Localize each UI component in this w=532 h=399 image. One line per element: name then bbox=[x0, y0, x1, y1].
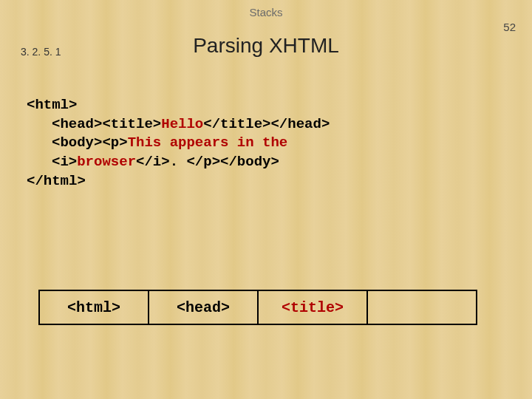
code-block: <html> <head><title>Hello</title></head>… bbox=[27, 96, 330, 191]
stack-cell-4 bbox=[366, 290, 477, 325]
code-l4c: </i>. </p></body> bbox=[136, 154, 279, 170]
code-line-5: </html> bbox=[27, 172, 330, 191]
stack-row: <html> <head> <title> bbox=[38, 290, 476, 325]
code-l2b: Hello bbox=[161, 116, 203, 132]
stack-cell-3: <title> bbox=[257, 290, 368, 325]
code-line-4: <i>browser</i>. </p></body> bbox=[52, 153, 330, 172]
code-line-1: <html> bbox=[27, 96, 330, 115]
code-l2a: <head><title> bbox=[52, 116, 161, 132]
code-l3a: <body><p> bbox=[52, 134, 128, 151]
stack-cell-1: <html> bbox=[38, 290, 149, 325]
slide: Stacks 52 3. 2. 5. 1 Parsing XHTML <html… bbox=[0, 0, 532, 399]
stack-cell-2: <head> bbox=[148, 290, 259, 325]
code-line-2: <head><title>Hello</title></head> bbox=[52, 115, 330, 134]
code-l4a: <i> bbox=[52, 154, 77, 170]
topic-label: Stacks bbox=[0, 6, 532, 18]
code-l2c: </title></head> bbox=[203, 116, 330, 132]
code-l4b: browser bbox=[77, 154, 136, 170]
code-line-3: <body><p>This appears in the bbox=[52, 134, 330, 153]
slide-title: Parsing XHTML bbox=[0, 34, 532, 58]
page-number: 52 bbox=[503, 21, 516, 33]
code-l3b: This appears in the bbox=[128, 134, 288, 151]
